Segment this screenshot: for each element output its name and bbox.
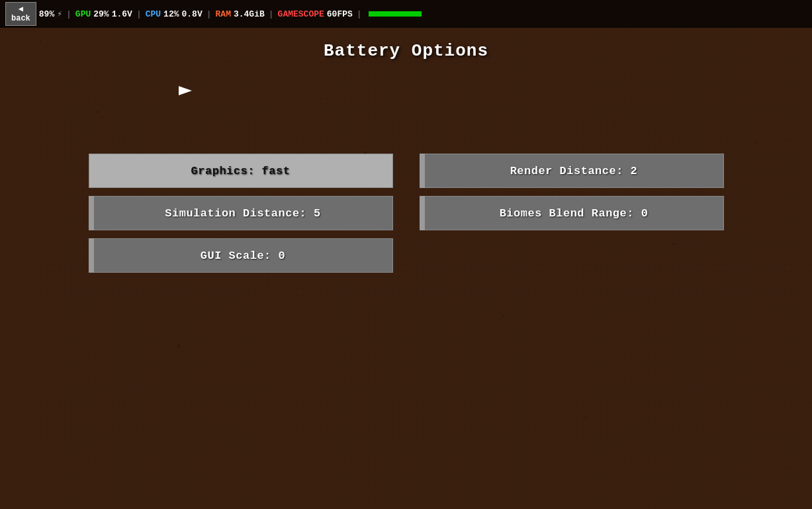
gui-scale-body[interactable]: GUI Scale: 0: [94, 238, 393, 273]
biomes-body[interactable]: Biomes Blend Range: 0: [425, 196, 724, 230]
sep4: |: [269, 9, 274, 19]
gui-scale-button[interactable]: GUI Scale: 0: [89, 238, 393, 273]
render-distance-tab: [420, 154, 425, 188]
sep1: |: [66, 9, 71, 19]
cursor-pointer: [179, 86, 192, 95]
back-button[interactable]: ◀back: [5, 2, 36, 26]
page-title: Battery Options: [324, 41, 488, 61]
sep2: |: [136, 9, 142, 19]
simulation-tab: [89, 196, 94, 230]
graphics-label: Graphics: fast: [191, 165, 291, 177]
render-distance-button[interactable]: Render Distance: 2: [420, 154, 724, 188]
options-grid: Graphics: fast Render Distance: 2 Simula…: [89, 154, 724, 273]
status-bar: ◀back 89% ⚡ | GPU 29% 1.6V | CPU 12% 0.8…: [0, 0, 812, 28]
empty-cell: [420, 238, 724, 273]
main-content: Battery Options Graphics: fast Render Di…: [0, 28, 812, 509]
simulation-distance-button[interactable]: Simulation Distance: 5: [89, 196, 393, 230]
gpu-volt: 1.6V: [112, 9, 132, 19]
battery-icon: ⚡: [57, 9, 62, 19]
gui-scale-tab: [89, 238, 94, 273]
biomes-tab: [420, 196, 425, 230]
gpu-percent: 29%: [93, 9, 109, 19]
graphics-button-body[interactable]: Graphics: fast: [89, 154, 393, 188]
render-distance-body[interactable]: Render Distance: 2: [425, 154, 724, 188]
biomes-blend-button[interactable]: Biomes Blend Range: 0: [420, 196, 724, 230]
cpu-label: CPU: [146, 9, 161, 19]
ram-label: RAM: [216, 9, 231, 19]
render-distance-label: Render Distance: 2: [510, 165, 638, 177]
cpu-volt: 0.8V: [182, 9, 203, 19]
fps-bar-indicator: [369, 11, 422, 17]
gpu-label: GPU: [75, 9, 91, 19]
gui-scale-label: GUI Scale: 0: [201, 250, 285, 262]
simulation-body[interactable]: Simulation Distance: 5: [94, 196, 393, 230]
gamescope-label: GAMESCOPE: [278, 9, 324, 19]
sep5: |: [357, 9, 362, 19]
biomes-blend-label: Biomes Blend Range: 0: [500, 207, 649, 220]
sep3: |: [206, 9, 212, 19]
ram-val: 3.4GiB: [234, 9, 265, 19]
simulation-distance-label: Simulation Distance: 5: [165, 207, 320, 220]
battery-percent: 89%: [39, 9, 54, 19]
fps-val: 60FPS: [327, 9, 353, 19]
graphics-button[interactable]: Graphics: fast: [89, 154, 393, 188]
cpu-percent: 12%: [163, 9, 179, 19]
